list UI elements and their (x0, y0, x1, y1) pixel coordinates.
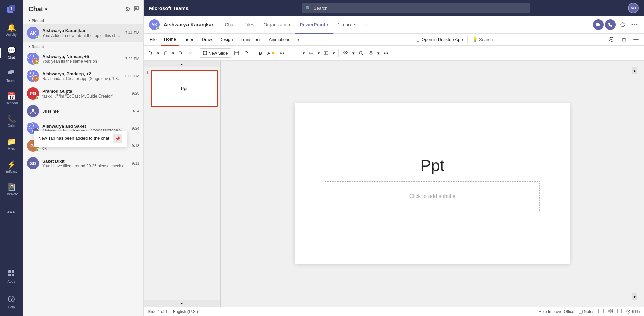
ribbon-tab-more[interactable]: ▾ (294, 37, 302, 42)
chat-item-ap2[interactable]: A P Aishwarya, Pradeep, +2 Ravinandan: C… (23, 67, 143, 85)
nav-item-edcast[interactable]: ⚡ EdCast (0, 155, 23, 178)
nav-item-apps[interactable]: Apps (0, 265, 23, 288)
svg-rect-7 (8, 274, 11, 276)
chat-item-justme[interactable]: Just me 9/24 (23, 102, 143, 120)
slide-subtitle-box[interactable]: Click to add subtitle (325, 181, 540, 211)
nav-item-calls[interactable]: 📞 Calls (0, 110, 23, 133)
pinned-label: Pinned (32, 19, 44, 23)
tab-chat[interactable]: Chat (220, 16, 239, 34)
zoom-in-icon (626, 309, 631, 314)
chat-item-pramod[interactable]: PG Pramod Gupta taskkill /f /im "EdCast … (23, 85, 143, 102)
tab-add[interactable]: + (360, 16, 372, 34)
chat-item-ak[interactable]: AK Aishwarya Karanjkar You: Added a new … (23, 24, 143, 42)
chevron-icon: ▾ (28, 18, 30, 23)
view-slide-sorter-button[interactable] (608, 309, 613, 314)
new-chat-icon[interactable] (133, 5, 139, 13)
ribbon-separator-1 (467, 36, 468, 43)
more-text-tools[interactable]: ••• (278, 48, 286, 58)
ribbon-tab-design[interactable]: Design (216, 34, 236, 46)
ribbon-tab-insert[interactable]: Insert (180, 34, 198, 46)
svg-rect-17 (235, 51, 239, 55)
nav-item-onenote[interactable]: 📓 OneNote (0, 178, 23, 201)
slide-reset[interactable] (243, 48, 251, 58)
font-color-button[interactable]: A (265, 48, 276, 58)
more-options-button[interactable]: ••• (629, 19, 640, 30)
bullets-button[interactable] (292, 48, 301, 58)
format-painter[interactable] (176, 48, 185, 58)
nav-item-files[interactable]: 📁 Files (0, 133, 23, 155)
ribbon-tab-file[interactable]: File (146, 34, 160, 46)
view-normal-button[interactable] (598, 309, 604, 314)
ribbon-search[interactable]: 💡 Search (470, 37, 495, 42)
ribbon-tab-transitions[interactable]: Transitions (237, 34, 265, 46)
scroll-down-arrow[interactable]: ▼ (144, 300, 220, 307)
bold-button[interactable]: B (257, 48, 264, 58)
shapes-button[interactable] (341, 48, 350, 58)
svg-rect-6 (12, 270, 14, 273)
nav-item-activity[interactable]: 🔔 Activity (0, 19, 23, 42)
clear-format[interactable]: ✕ (186, 48, 194, 58)
add-tab-icon: + (365, 22, 368, 27)
ribbon-tab-draw[interactable]: Draw (199, 34, 215, 46)
search-bar[interactable]: 🔍 Search (302, 3, 530, 13)
chat-name-ap2: Aishwarya, Pradeep, +2 (42, 71, 122, 76)
paste-dropdown[interactable]: ▾ (171, 48, 175, 58)
refresh-button[interactable] (617, 19, 628, 30)
view-reading-button[interactable] (617, 309, 622, 314)
ribbon-more-tools[interactable]: ••• (382, 48, 390, 58)
bullets-dropdown[interactable]: ▾ (302, 48, 306, 58)
indent-dropdown[interactable]: ▾ (332, 48, 336, 58)
filter-icon[interactable]: ⚙ (125, 6, 130, 13)
ribbon-tab-home[interactable]: Home (161, 34, 179, 46)
chat-time-justme: 9/24 (132, 109, 139, 113)
slide-canvas[interactable]: Ppt Click to add subtitle (295, 103, 570, 264)
chat-item-anp5[interactable]: A N Aishwarya, Nirman, +5 You: yeah its … (23, 50, 143, 67)
nav-item-chat[interactable]: 💬 Chat (0, 42, 23, 64)
tab-files[interactable]: Files (239, 16, 259, 34)
tab-more[interactable]: 1 more ▾ (333, 16, 360, 34)
svg-rect-27 (370, 51, 372, 53)
undo-dropdown[interactable]: ▾ (156, 48, 160, 58)
app-title-bar: Microsoft Teams 🔍 Search MJ (144, 0, 644, 16)
calls-icon: 📞 (7, 115, 16, 123)
nav-item-teams[interactable]: Teams (0, 64, 23, 87)
audio-call-button[interactable] (605, 19, 616, 30)
chat-icon: 💬 (7, 47, 16, 54)
avatar-justme (27, 105, 39, 117)
user-avatar[interactable]: MJ (628, 3, 639, 13)
ribbon-more-button[interactable]: ••• (631, 34, 641, 45)
ribbon-tab-animations[interactable]: Animations (266, 34, 294, 46)
comment-button[interactable]: 💬 (606, 34, 617, 45)
undo-button[interactable] (146, 48, 155, 58)
shapes-dropdown[interactable]: ▾ (352, 48, 355, 58)
chat-dropdown-icon: ▾ (45, 7, 47, 12)
scroll-up-arrow[interactable]: ▲ (144, 61, 220, 67)
chat-item-saket[interactable]: SD Saket Dixit You: i have filled around… (23, 154, 143, 172)
nav-item-more[interactable]: ••• (0, 201, 23, 224)
find-button[interactable] (357, 48, 365, 58)
mic-button[interactable] (367, 48, 375, 58)
notes-icon[interactable]: Notes (578, 309, 594, 314)
mic-dropdown[interactable]: ▾ (377, 48, 380, 58)
new-slide-button[interactable]: New Slide (200, 48, 231, 58)
contact-name[interactable]: Aishwarya Karanjkar (164, 22, 213, 27)
video-call-button[interactable] (593, 19, 604, 30)
status-dot-pramod (36, 96, 39, 100)
tab-powerpoint[interactable]: PowerPoint ▾ (295, 16, 333, 34)
slide-layout-button[interactable] (232, 48, 241, 58)
nav-item-calendar[interactable]: 📅 Calendar (0, 87, 23, 110)
files-icon: 📁 (7, 138, 16, 145)
numbering-button[interactable]: 1.2. (307, 48, 316, 58)
slide-scroll-up[interactable]: ▲ (632, 67, 637, 74)
nav-item-help[interactable]: ? Help (0, 291, 23, 313)
indent-button[interactable] (322, 48, 331, 58)
chat-panel-title[interactable]: Chat ▾ (28, 5, 47, 13)
slide-scroll-down[interactable]: ▼ (632, 293, 637, 300)
view-mode-button[interactable]: ⊞ (619, 34, 629, 45)
slide-thumbnail-1[interactable]: Ppt (151, 70, 218, 107)
numbering-dropdown[interactable]: ▾ (317, 48, 321, 58)
tab-organization[interactable]: Organization (259, 16, 295, 34)
subtitle-placeholder: Click to add subtitle (409, 193, 456, 199)
open-desktop-button[interactable]: Open in Desktop App (413, 37, 466, 42)
paste-button[interactable] (161, 48, 170, 58)
